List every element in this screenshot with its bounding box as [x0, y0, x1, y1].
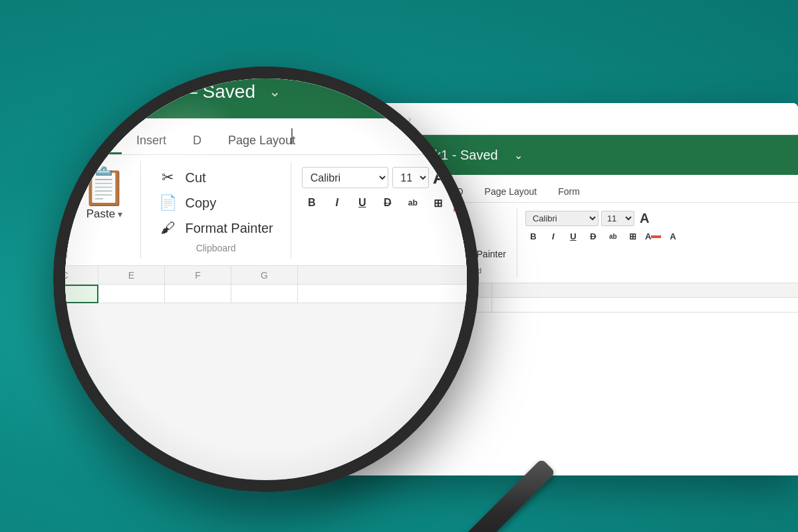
strikethrough-button[interactable]: D	[585, 229, 601, 243]
font-size-select[interactable]: 11	[601, 211, 634, 226]
col-header-e: E	[386, 283, 439, 297]
spreadsheet-area: C E F 1	[306, 283, 798, 313]
excel-window: ⊟ ⌄ ‹ › Excel Book1 - Saved ⌄ File Home …	[306, 103, 798, 475]
title-chevron-icon: ⌄	[514, 149, 523, 162]
nav-arrows: ‹ ›	[402, 114, 411, 124]
paste-chevron-icon: ▾	[397, 244, 400, 251]
col-header-c: C	[332, 283, 386, 297]
cell-e1[interactable]	[386, 298, 439, 313]
paste-group: 📋 Paste ▾	[358, 208, 415, 255]
app-grid-icon	[319, 147, 335, 163]
paste-label[interactable]: Paste ▾	[373, 243, 400, 253]
row-number-header	[306, 283, 332, 297]
paste-icon: 📋	[369, 213, 404, 241]
subscript-button[interactable]: ab	[605, 229, 621, 243]
ribbon: ↩ ↪ Undo 📋 Paste ▾ ✂ Cut 📄 Copy 🖌	[306, 203, 798, 283]
row-number-1: 1	[306, 298, 332, 312]
menu-item-draw[interactable]: D	[447, 181, 472, 202]
fill-color-button[interactable]: A	[645, 229, 661, 243]
font-grow-icon[interactable]: A	[640, 211, 649, 226]
sidebar-toggle-icon[interactable]: ⊟	[366, 112, 385, 126]
traffic-lights	[317, 114, 353, 123]
cell-c1[interactable]	[332, 298, 386, 313]
redo-icon[interactable]: ↪	[332, 233, 344, 248]
menu-item-formulas[interactable]: Form	[549, 181, 589, 202]
cut-label: Cut	[444, 213, 459, 224]
format-painter-label: Format Painter	[444, 249, 506, 259]
column-headers: C E F	[306, 283, 798, 298]
undo-label: Undo	[330, 253, 347, 261]
menu-item-file[interactable]: File	[319, 181, 353, 202]
bold-button[interactable]: B	[525, 229, 541, 243]
chevron-down-icon: ⌄	[390, 114, 397, 124]
format-painter-icon: 🖌	[426, 248, 439, 260]
copy-button[interactable]: 📄 Copy	[423, 229, 509, 244]
menu-item-home[interactable]: Home	[356, 181, 400, 202]
font-name-select[interactable]: Calibri	[525, 211, 598, 226]
cell-f1[interactable]	[439, 298, 492, 313]
title-bar-icons: ⊟ ⌄	[366, 112, 397, 126]
minimize-button[interactable]	[331, 114, 339, 123]
menu-item-insert[interactable]: Insert	[402, 181, 444, 202]
format-painter-button[interactable]: 🖌 Format Painter	[423, 247, 509, 261]
doc-title: Book1 - Saved	[410, 148, 497, 163]
cut-button[interactable]: ✂ Cut	[423, 211, 509, 226]
col-header-f: F	[439, 283, 492, 297]
forward-arrow-icon[interactable]: ›	[408, 114, 412, 124]
font-group: Calibri 11 A B I U D ab ⊞ A A	[517, 208, 785, 246]
font-color-button[interactable]: A	[665, 229, 681, 243]
maximize-button[interactable]	[344, 114, 353, 123]
close-button[interactable]	[317, 114, 325, 123]
back-arrow-icon[interactable]: ‹	[402, 114, 406, 124]
table-row: 1	[306, 298, 798, 313]
cut-icon: ✂	[426, 212, 439, 225]
copy-icon: 📄	[426, 230, 439, 243]
ribbon-title-bar: Excel Book1 - Saved ⌄	[306, 135, 798, 175]
clipboard-group: ✂ Cut 📄 Copy 🖌 Format Painter Clipboard	[415, 208, 517, 277]
clipboard-group-label: Clipboard	[423, 264, 509, 275]
undo-group: ↩ ↪ Undo	[319, 208, 358, 267]
title-bar: ⊟ ⌄ ‹ ›	[306, 103, 798, 135]
app-name: Excel	[348, 145, 392, 166]
border-button[interactable]: ⊞	[625, 229, 641, 243]
menu-item-page-layout[interactable]: Page Layout	[475, 181, 547, 202]
copy-label: Copy	[444, 231, 466, 242]
underline-button[interactable]: U	[565, 229, 581, 243]
undo-icon[interactable]: ↩	[332, 213, 344, 228]
menu-bar: File Home Insert D Page Layout Form	[306, 175, 798, 203]
italic-button[interactable]: I	[545, 229, 561, 243]
